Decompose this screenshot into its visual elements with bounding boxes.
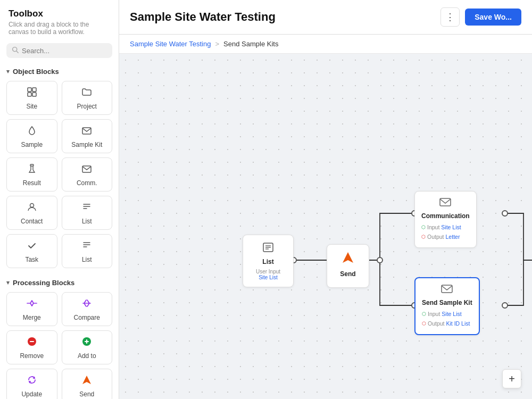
block-site[interactable]: Site <box>6 81 57 115</box>
ssk-output-dot: ⬡ <box>422 320 426 328</box>
block-list2[interactable]: List <box>62 234 113 268</box>
zoom-button[interactable]: + <box>502 369 521 388</box>
node-send-sample-kit[interactable]: Send Sample Kit ⬡ Input Site List ⬡ Outp… <box>414 277 480 335</box>
node-list-sub: User Input Site List <box>251 269 286 280</box>
canvas-area[interactable]: List User Input Site List Send Communica… <box>119 54 532 399</box>
block-site-label: Site <box>26 103 37 110</box>
block-contact[interactable]: Contact <box>6 196 57 230</box>
search-box <box>6 43 112 58</box>
svg-rect-36 <box>442 285 452 293</box>
block-list1-label: List <box>82 218 92 225</box>
node-send-sample-kit-io: ⬡ Input Site List ⬡ Output Kit ID List <box>422 310 472 329</box>
processing-blocks-label: Processing Blocks <box>13 279 74 287</box>
block-project[interactable]: Project <box>62 81 113 115</box>
block-result[interactable]: Result <box>6 157 57 192</box>
breadcrumb-current: Send Sample Kits <box>223 40 278 48</box>
block-remove[interactable]: Remove <box>6 330 57 364</box>
svg-point-27 <box>502 303 508 308</box>
svg-rect-5 <box>32 93 36 96</box>
sidebar: Toolbox Click and drag a block to the ca… <box>0 0 119 399</box>
send-sample-kit-node-icon <box>422 284 472 297</box>
block-update[interactable]: Update <box>6 369 57 399</box>
input-site-list-link[interactable]: Site List <box>441 223 461 232</box>
node-send[interactable]: Send <box>327 244 369 288</box>
block-send-label: Send <box>79 390 94 398</box>
block-sample-label: Sample <box>21 141 43 148</box>
block-compare-label: Compare <box>74 314 100 321</box>
list-node-icon <box>251 242 286 256</box>
topbar: Sample Site Water Testing ⋮ Save Wo... <box>119 0 532 35</box>
node-send-title: Send <box>335 270 361 278</box>
svg-rect-3 <box>32 88 36 92</box>
droplet-icon <box>27 125 37 138</box>
output-dot-red: ⬡ <box>421 233 426 241</box>
ssk-output-link[interactable]: Kit ID List <box>446 319 470 329</box>
svg-marker-21 <box>82 376 91 384</box>
object-blocks-grid: Site Project Sample Sample Kit Result <box>0 79 119 275</box>
check-icon <box>27 240 37 253</box>
block-merge-label: Merge <box>23 314 41 321</box>
block-update-label: Update <box>21 390 42 398</box>
block-task-label: Task <box>25 256 38 263</box>
svg-rect-7 <box>30 164 34 166</box>
comm-mail-icon <box>81 163 92 177</box>
compare-icon <box>81 298 93 311</box>
block-add-to-label: Add to <box>78 352 96 360</box>
list2-icon <box>81 240 92 253</box>
more-options-button[interactable]: ⋮ <box>440 7 460 27</box>
merge-icon <box>26 298 38 311</box>
sidebar-subtitle: Click and drag a block to the canvas to … <box>9 21 110 36</box>
node-list-title: List <box>251 258 286 265</box>
search-container <box>0 38 119 63</box>
svg-point-9 <box>30 204 34 207</box>
block-sample[interactable]: Sample <box>6 119 57 153</box>
block-sample-kit[interactable]: Sample Kit <box>62 119 113 153</box>
list-icon <box>81 202 92 215</box>
svg-line-1 <box>16 51 18 53</box>
object-blocks-header[interactable]: ▾ Object Blocks <box>0 63 119 79</box>
chevron-down-icon-2: ▾ <box>6 279 10 286</box>
search-input[interactable] <box>22 47 107 55</box>
block-task[interactable]: Task <box>6 234 57 268</box>
processing-blocks-grid: Merge Compare Remove Add to Update <box>0 290 119 399</box>
send-node-icon <box>335 251 361 268</box>
breadcrumb-separator: > <box>215 40 219 48</box>
block-remove-label: Remove <box>20 352 44 360</box>
output-letter-link[interactable]: Letter <box>446 232 460 242</box>
block-list2-label: List <box>82 256 92 263</box>
ssk-input-dot: ⬡ <box>422 310 426 318</box>
breadcrumb-parent[interactable]: Sample Site Water Testing <box>130 40 211 48</box>
block-contact-label: Contact <box>21 218 43 225</box>
save-button[interactable]: Save Wo... <box>465 9 521 26</box>
block-add-to[interactable]: Add to <box>62 330 113 364</box>
processing-blocks-header[interactable]: ▾ Processing Blocks <box>0 275 119 290</box>
update-icon <box>27 375 37 388</box>
svg-point-26 <box>502 211 508 216</box>
search-icon <box>12 46 19 55</box>
svg-rect-6 <box>82 128 91 134</box>
block-compare[interactable]: Compare <box>62 292 113 326</box>
communication-node-icon <box>421 197 470 210</box>
block-result-label: Result <box>23 179 41 187</box>
svg-rect-8 <box>82 166 91 172</box>
node-send-sample-kit-title: Send Sample Kit <box>422 299 472 306</box>
node-list[interactable]: List User Input Site List <box>243 235 294 287</box>
send-icon <box>81 375 92 388</box>
svg-marker-34 <box>343 252 353 263</box>
chevron-down-icon: ▾ <box>6 68 10 75</box>
add-icon <box>81 336 92 350</box>
sidebar-title: Toolbox <box>9 9 110 19</box>
block-list1[interactable]: List <box>62 196 113 230</box>
svg-rect-4 <box>28 93 31 96</box>
object-blocks-label: Object Blocks <box>13 68 59 76</box>
breadcrumb: Sample Site Water Testing > Send Sample … <box>119 35 532 54</box>
svg-rect-2 <box>28 88 31 92</box>
block-merge[interactable]: Merge <box>6 292 57 326</box>
block-comm[interactable]: Comm. <box>62 157 113 192</box>
block-send[interactable]: Send <box>62 369 113 399</box>
node-communication[interactable]: Communication ⬡ Input Site List ⬡ Output… <box>414 191 477 248</box>
topbar-actions: ⋮ Save Wo... <box>440 7 521 27</box>
remove-icon <box>27 336 37 350</box>
ssk-input-link[interactable]: Site List <box>442 310 461 319</box>
user-icon <box>27 202 37 215</box>
